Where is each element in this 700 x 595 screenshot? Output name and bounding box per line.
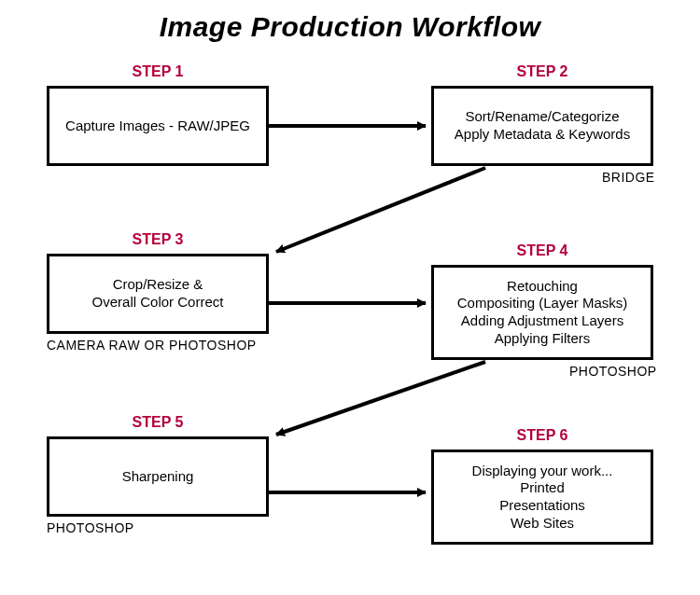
step4-box: Retouching Compositing (Layer Masks) Add… (431, 265, 653, 360)
step1-line1: Capture Images - RAW/JPEG (65, 118, 250, 135)
step6-line1: Displaying your work... (472, 463, 613, 480)
step4-tool: PHOTOSHOP (569, 364, 657, 379)
step1-box: Capture Images - RAW/JPEG (47, 86, 269, 166)
step6-line4: Web Sites (511, 515, 574, 533)
step4-line3: Adding Adjustment Layers (461, 312, 623, 330)
step2-label: STEP 2 (431, 63, 653, 80)
step2-line1: Sort/Rename/Categorize (465, 108, 619, 126)
workflow-diagram: Image Production Workflow STEP 1 Capture… (0, 0, 700, 595)
step5-box: Sharpening (47, 436, 269, 517)
step6-line2: Printed (520, 479, 565, 497)
step3-line2: Overall Color Correct (92, 294, 224, 311)
arrow-2-3 (276, 168, 485, 252)
step2-tool: BRIDGE (602, 170, 655, 185)
step5-label: STEP 5 (47, 414, 269, 431)
diagram-title: Image Production Workflow (0, 11, 700, 43)
step6-box: Displaying your work... Printed Presenta… (431, 450, 653, 545)
step4-label: STEP 4 (431, 242, 653, 259)
step3-tool: CAMERA RAW OR PHOTOSHOP (47, 338, 257, 353)
step6-label: STEP 6 (431, 427, 653, 444)
step2-box: Sort/Rename/Categorize Apply Metadata & … (431, 86, 653, 166)
step2-line2: Apply Metadata & Keywords (455, 126, 630, 144)
step5-line1: Sharpening (122, 468, 194, 486)
arrow-4-5 (276, 362, 485, 435)
step3-label: STEP 3 (47, 231, 269, 248)
step3-box: Crop/Resize & Overall Color Correct (47, 254, 269, 334)
step4-line2: Compositing (Layer Masks) (457, 295, 628, 312)
step1-label: STEP 1 (47, 63, 269, 80)
step3-line1: Crop/Resize & (113, 276, 203, 294)
step4-line1: Retouching (507, 278, 578, 296)
step6-line3: Presentations (499, 497, 585, 515)
step4-line4: Applying Filters (495, 330, 591, 348)
step5-tool: PHOTOSHOP (47, 520, 134, 535)
